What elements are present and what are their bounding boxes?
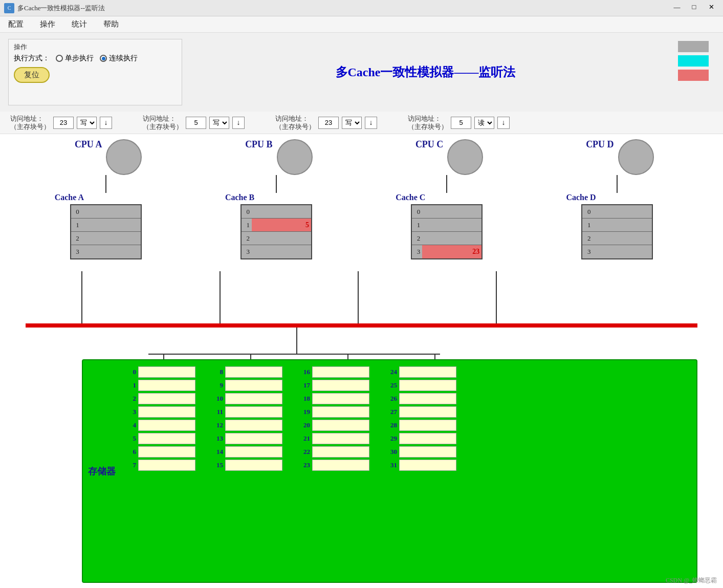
cache-c-row-2: 2 (412, 232, 481, 245)
mem-row-0: 0 (124, 365, 195, 379)
cache-d-row-2: 2 (582, 232, 652, 245)
mem-row-25: 25 (385, 379, 456, 392)
addr-op-a[interactable]: 写读 (77, 117, 97, 129)
cpu-c-circle (447, 139, 483, 175)
mem-row-2: 2 (124, 392, 195, 405)
cpu-b-circle (277, 139, 313, 175)
exec-label: 执行方式： (14, 54, 50, 63)
mem-row-9: 9 (211, 379, 282, 392)
addr-group-c: 访问地址：（主存块号） 写读 ↓ (275, 115, 377, 130)
mem-row-28: 28 (385, 419, 456, 432)
ops-panel: 操作 执行方式： 单步执行 连续执行 复位 (8, 39, 182, 105)
cache-b-row-2: 2 (242, 232, 311, 245)
addr-label-a: 访问地址：（主存块号） (10, 115, 50, 130)
memory-col-1: 8 9 10 11 12 (211, 365, 282, 472)
menu-config[interactable]: 配置 (5, 18, 27, 30)
mem-row-8: 8 (211, 365, 282, 379)
cpu-c-connector (446, 175, 447, 193)
addr-arrow-c[interactable]: ↓ (365, 117, 377, 129)
mem-row-5: 5 (124, 432, 195, 445)
cpu-units-row: CPU A Cache A 0 1 2 (0, 134, 723, 259)
memory-label: 存储器 (88, 465, 116, 477)
mem-row-11: 11 (211, 405, 282, 419)
addr-arrow-a[interactable]: ↓ (100, 117, 112, 129)
maximize-button[interactable]: □ (687, 3, 702, 13)
cache-b-row-0: 0 (242, 205, 311, 219)
mem-row-12: 12 (211, 419, 282, 432)
cache-a-label: Cache A (55, 193, 84, 202)
cache-d-row-3: 3 (582, 245, 652, 258)
sim-title: 多Cache一致性模拟器——监听法 (336, 64, 516, 80)
cont-radio[interactable] (100, 55, 107, 62)
addr-group-d: 访问地址：（主存块号） 读写 ↓ (408, 115, 510, 130)
memory-col-2: 16 17 18 19 (298, 365, 369, 472)
window-title: 多Cache一致性模拟器--监听法 (17, 4, 105, 13)
menu-ops[interactable]: 操作 (37, 18, 58, 30)
addr-input-b[interactable] (186, 117, 206, 129)
cpu-b-connector (276, 175, 277, 193)
title-bar: C 多Cache一致性模拟器--监听法 — □ ✕ (0, 0, 723, 16)
cache-b-block: 0 1 5 2 3 (240, 204, 312, 259)
cache-a-row-1: 1 (71, 219, 141, 232)
addr-op-c[interactable]: 写读 (342, 117, 362, 129)
addr-row: 访问地址：（主存块号） 写读 ↓ 访问地址：（主存块号） 写读 ↓ 访问地址：（… (0, 112, 723, 134)
cpu-unit-b: CPU B Cache B 0 1 5 2 (225, 139, 327, 259)
mem-row-31: 31 (385, 459, 456, 472)
cache-a-block: 0 1 2 3 (70, 204, 142, 259)
window-controls: — □ ✕ (669, 3, 719, 13)
cache-a-row-0: 0 (71, 205, 141, 219)
addr-arrow-d[interactable]: ↓ (497, 117, 510, 129)
mem-row-27: 27 (385, 405, 456, 419)
memory-section: 存储器 0 1 2 3 (82, 359, 697, 583)
mem-row-19: 19 (298, 405, 369, 419)
cont-exec-option[interactable]: 连续执行 (100, 54, 138, 63)
menu-bar: 配置 操作 统计 帮助 (0, 16, 723, 33)
step-radio[interactable] (56, 55, 63, 62)
cpu-unit-a: CPU A Cache A 0 1 2 (55, 139, 157, 259)
mem-row-16: 16 (298, 365, 369, 379)
addr-label-d: 访问地址：（主存块号） (408, 115, 448, 130)
addr-input-a[interactable] (53, 117, 74, 129)
cpu-d-label: CPU D (581, 139, 614, 150)
mem-row-14: 14 (211, 445, 282, 459)
cache-d-row-0: 0 (582, 205, 652, 219)
memory-grid: 0 1 2 3 4 (124, 365, 686, 472)
cache-a-row-3: 3 (71, 245, 141, 258)
addr-input-d[interactable] (451, 117, 471, 129)
app-icon: C (4, 3, 14, 13)
cpu-b-label: CPU B (240, 139, 273, 150)
addr-op-b[interactable]: 写读 (209, 117, 229, 129)
footer-watermark: CSDN @_蟑螂恶霸 (666, 576, 717, 585)
cpu-a-circle (106, 139, 142, 175)
cache-b-label: Cache B (225, 193, 254, 202)
addr-label-c: 访问地址：（主存块号） (275, 115, 315, 130)
legend-modified (678, 70, 709, 81)
menu-help[interactable]: 帮助 (100, 18, 122, 30)
menu-stats[interactable]: 统计 (69, 18, 90, 30)
mem-row-30: 30 (385, 445, 456, 459)
mem-row-26: 26 (385, 392, 456, 405)
cpu-d-circle (618, 139, 654, 175)
close-button[interactable]: ✕ (704, 3, 719, 13)
sim-canvas: CPU A Cache A 0 1 2 (0, 134, 723, 588)
addr-op-d[interactable]: 读写 (474, 117, 494, 129)
cache-c-row-1: 1 (412, 219, 481, 232)
mem-row-20: 20 (298, 419, 369, 432)
cont-label: 连续执行 (109, 54, 138, 63)
mem-row-3: 3 (124, 405, 195, 419)
step-exec-option[interactable]: 单步执行 (56, 54, 94, 63)
step-label: 单步执行 (65, 54, 94, 63)
addr-input-c[interactable] (318, 117, 339, 129)
mem-row-29: 29 (385, 432, 456, 445)
memory-col-3: 24 25 26 27 (385, 365, 456, 472)
addr-group-b: 访问地址：（主存块号） 写读 ↓ (143, 115, 245, 130)
addr-arrow-b[interactable]: ↓ (232, 117, 245, 129)
legend-invalid (678, 41, 709, 52)
minimize-button[interactable]: — (669, 3, 685, 13)
mem-row-6: 6 (124, 445, 195, 459)
mem-row-4: 4 (124, 419, 195, 432)
reset-button[interactable]: 复位 (14, 67, 50, 83)
legend-shared (678, 55, 709, 67)
cache-c-row-3: 3 23 (412, 245, 481, 258)
cpu-unit-c: CPU C Cache C 0 1 2 (396, 139, 498, 259)
